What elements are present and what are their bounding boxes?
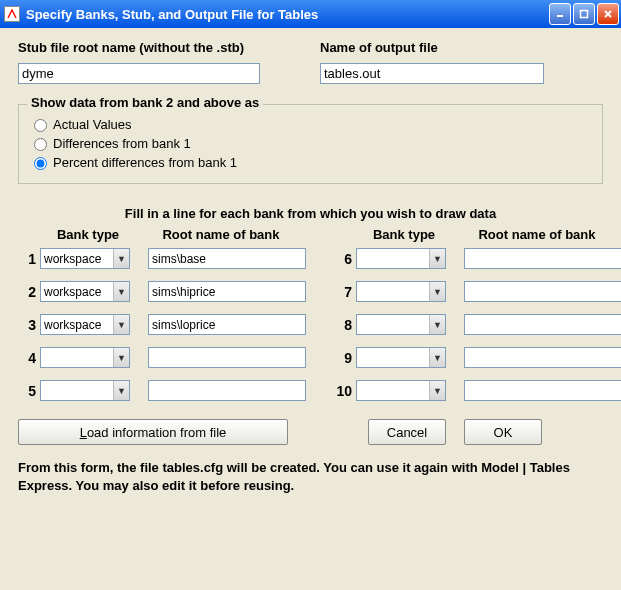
maximize-button[interactable]: [573, 3, 595, 25]
bank-number: 3: [18, 317, 40, 333]
bank-type-header: Bank type: [40, 227, 136, 242]
chevron-down-icon[interactable]: ▼: [429, 348, 445, 367]
bank-type-select[interactable]: ▼: [356, 380, 446, 401]
bank-row-5: 5▼: [18, 380, 306, 401]
bank-type-select[interactable]: ▼: [40, 347, 130, 368]
radio-pct-label: Percent differences from bank 1: [53, 155, 237, 170]
chevron-down-icon[interactable]: ▼: [113, 315, 129, 334]
banks-left-column: Bank type Root name of bank 1workspace▼2…: [18, 227, 306, 413]
bank-type-select[interactable]: ▼: [356, 248, 446, 269]
bank-number: 2: [18, 284, 40, 300]
radio-pct-input[interactable]: [34, 157, 47, 170]
bank-type-select[interactable]: workspace▼: [40, 248, 130, 269]
bank-type-select[interactable]: ▼: [40, 380, 130, 401]
minimize-button[interactable]: [549, 3, 571, 25]
show-mode-legend: Show data from bank 2 and above as: [27, 95, 263, 110]
chevron-down-icon[interactable]: ▼: [429, 381, 445, 400]
window-title: Specify Banks, Stub, and Output File for…: [26, 7, 547, 22]
bank-root-input[interactable]: [148, 314, 306, 335]
root-name-header: Root name of bank: [136, 227, 306, 242]
chevron-down-icon[interactable]: ▼: [113, 249, 129, 268]
close-button[interactable]: [597, 3, 619, 25]
radio-actual-values[interactable]: Actual Values: [29, 116, 592, 132]
bank-number: 1: [18, 251, 40, 267]
load-from-file-button[interactable]: Load information from file: [18, 419, 288, 445]
bank-row-4: 4▼: [18, 347, 306, 368]
bank-row-1: 1workspace▼: [18, 248, 306, 269]
root-name-header-2: Root name of bank: [452, 227, 621, 242]
bank-row-9: 9▼: [334, 347, 621, 368]
footer-text: From this form, the file tables.cfg will…: [18, 459, 603, 494]
radio-diff-input[interactable]: [34, 138, 47, 151]
bank-row-8: 8▼: [334, 314, 621, 335]
radio-percent-differences[interactable]: Percent differences from bank 1: [29, 154, 592, 170]
bank-root-input[interactable]: [148, 380, 306, 401]
bank-number: 9: [334, 350, 356, 366]
fill-line-label: Fill in a line for each bank from which …: [18, 206, 603, 221]
bank-type-select[interactable]: workspace▼: [40, 314, 130, 335]
radio-differences[interactable]: Differences from bank 1: [29, 135, 592, 151]
bank-type-select[interactable]: ▼: [356, 281, 446, 302]
show-mode-group: Show data from bank 2 and above as Actua…: [18, 104, 603, 184]
chevron-down-icon[interactable]: ▼: [113, 282, 129, 301]
bank-root-input[interactable]: [464, 347, 621, 368]
stub-root-input[interactable]: [18, 63, 260, 84]
app-icon: [4, 6, 20, 22]
chevron-down-icon[interactable]: ▼: [429, 282, 445, 301]
radio-actual-input[interactable]: [34, 119, 47, 132]
bank-row-6: 6▼: [334, 248, 621, 269]
cancel-button[interactable]: Cancel: [368, 419, 446, 445]
bank-root-input[interactable]: [464, 248, 621, 269]
bank-number: 10: [334, 383, 356, 399]
bank-number: 4: [18, 350, 40, 366]
bank-number: 8: [334, 317, 356, 333]
bank-row-7: 7▼: [334, 281, 621, 302]
bank-type-value: workspace: [41, 252, 113, 266]
dialog-body: Stub file root name (without the .stb) N…: [0, 28, 621, 510]
bank-type-header-2: Bank type: [356, 227, 452, 242]
radio-diff-label: Differences from bank 1: [53, 136, 191, 151]
output-file-label: Name of output file: [320, 40, 544, 55]
radio-actual-label: Actual Values: [53, 117, 132, 132]
chevron-down-icon[interactable]: ▼: [113, 348, 129, 367]
bank-number: 5: [18, 383, 40, 399]
svg-rect-1: [581, 11, 588, 18]
bank-type-select[interactable]: workspace▼: [40, 281, 130, 302]
bank-type-value: workspace: [41, 285, 113, 299]
bank-root-input[interactable]: [464, 380, 621, 401]
bank-type-select[interactable]: ▼: [356, 314, 446, 335]
bank-row-10: 10▼: [334, 380, 621, 401]
ok-button[interactable]: OK: [464, 419, 542, 445]
bank-number: 7: [334, 284, 356, 300]
bank-row-2: 2workspace▼: [18, 281, 306, 302]
bank-root-input[interactable]: [148, 248, 306, 269]
chevron-down-icon[interactable]: ▼: [429, 249, 445, 268]
bank-number: 6: [334, 251, 356, 267]
bank-root-input[interactable]: [148, 281, 306, 302]
bank-root-input[interactable]: [464, 314, 621, 335]
bank-type-value: workspace: [41, 318, 113, 332]
output-file-input[interactable]: [320, 63, 544, 84]
bank-root-input[interactable]: [148, 347, 306, 368]
bank-root-input[interactable]: [464, 281, 621, 302]
chevron-down-icon[interactable]: ▼: [113, 381, 129, 400]
banks-right-column: Bank type Root name of bank 6▼7▼8▼9▼10▼: [334, 227, 621, 413]
bank-type-select[interactable]: ▼: [356, 347, 446, 368]
bank-row-3: 3workspace▼: [18, 314, 306, 335]
chevron-down-icon[interactable]: ▼: [429, 315, 445, 334]
stub-root-label: Stub file root name (without the .stb): [18, 40, 260, 55]
titlebar: Specify Banks, Stub, and Output File for…: [0, 0, 621, 28]
